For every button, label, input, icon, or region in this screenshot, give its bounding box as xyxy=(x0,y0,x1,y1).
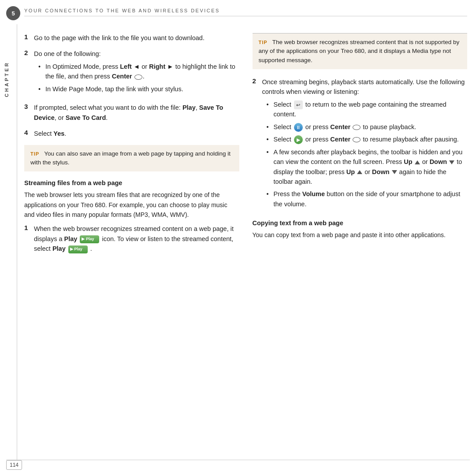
left-column: 1 Go to the page with the link to the fi… xyxy=(24,24,239,458)
copying-heading: Copying text from a web page xyxy=(253,219,468,227)
step-2-content: Do one of the following: In Optimized Mo… xyxy=(34,49,239,97)
bullet-item: Select ⏸ or press Center to pause playba… xyxy=(267,122,468,132)
tip-label-left: TIP xyxy=(30,151,39,156)
right-step-2: 2 Once streaming begins, playback starts… xyxy=(253,77,468,212)
tip-label-right: TIP xyxy=(259,40,268,45)
left-border-line xyxy=(17,24,17,460)
chapter-label-text: CHAPTER xyxy=(4,61,9,97)
bullet-item: A few seconds after playback begins, the… xyxy=(267,147,468,187)
step-3-content: If prompted, select what you want to do … xyxy=(34,103,239,123)
play-icon-inline xyxy=(68,245,88,253)
right-column: TIP The web browser recognizes streamed … xyxy=(253,24,468,458)
tip-box-left: TIP You can also save an image from a we… xyxy=(24,145,239,172)
step-1-number: 1 xyxy=(24,33,34,41)
streaming-step-1-number: 1 xyxy=(24,224,34,231)
bullet-item: In Optimized Mode, press Left ◄ or Right… xyxy=(38,62,239,82)
step-2-bullets: In Optimized Mode, press Left ◄ or Right… xyxy=(34,62,239,94)
step-4: 4 Select Yes. xyxy=(24,129,239,138)
tip-box-right: TIP The web browser recognizes streamed … xyxy=(253,33,468,69)
step-2-number: 2 xyxy=(24,49,34,56)
streaming-body: The web browser lets you stream files th… xyxy=(24,190,239,219)
bottom-rule xyxy=(6,460,470,460)
step-3-number: 3 xyxy=(24,103,34,110)
arrow-down-icon-2 xyxy=(392,170,397,174)
bullet-item: Press the Volume button on the side of y… xyxy=(267,189,468,209)
right-step-2-content: Once streaming begins, playback starts a… xyxy=(262,77,468,212)
page-title: YOUR CONNECTIONS TO THE WEB AND WIRELESS… xyxy=(24,8,220,13)
main-content: 1 Go to the page with the link to the fi… xyxy=(24,24,467,458)
step-3: 3 If prompted, select what you want to d… xyxy=(24,103,239,123)
step-4-content: Select Yes. xyxy=(34,129,239,138)
bullet-item: In Wide Page Mode, tap the link with you… xyxy=(38,84,239,94)
arrow-up-icon-1 xyxy=(415,160,420,164)
back-icon: ↩ xyxy=(294,100,303,109)
play-resume-icon: ▶ xyxy=(294,135,303,144)
center-button-icon-2 xyxy=(353,125,361,130)
right-step-2-number: 2 xyxy=(253,77,262,85)
step-1: 1 Go to the page with the link to the fi… xyxy=(24,33,239,43)
step-1-content: Go to the page with the link to the file… xyxy=(34,33,239,43)
streaming-bullets: Select ↩ to return to the web page conta… xyxy=(262,100,468,209)
arrow-up-icon-2 xyxy=(357,170,362,174)
step-2: 2 Do one of the following: In Optimized … xyxy=(24,49,239,97)
streaming-heading: Streaming files from a web page xyxy=(24,179,239,186)
bullet-item: Select ▶ or press Center to resume playb… xyxy=(267,134,468,144)
step-4-number: 4 xyxy=(24,129,34,136)
bullet-item: Select ↩ to return to the web page conta… xyxy=(267,100,468,119)
copying-body: You can copy text from a web page and pa… xyxy=(253,230,468,240)
center-button-icon xyxy=(134,74,142,80)
play-icon-large xyxy=(80,235,99,243)
center-button-icon-3 xyxy=(353,137,361,142)
page-number: 114 xyxy=(6,460,22,470)
page-header: YOUR CONNECTIONS TO THE WEB AND WIRELESS… xyxy=(24,8,467,16)
chapter-label-container: CHAPTER xyxy=(0,0,13,132)
streaming-step-1: 1 When the web browser recognizes stream… xyxy=(24,224,239,253)
arrow-down-icon-1 xyxy=(449,160,454,164)
page-number-text: 114 xyxy=(10,462,19,468)
streaming-step-1-content: When the web browser recognizes streamed… xyxy=(34,224,239,253)
pause-icon: ⏸ xyxy=(294,123,303,132)
